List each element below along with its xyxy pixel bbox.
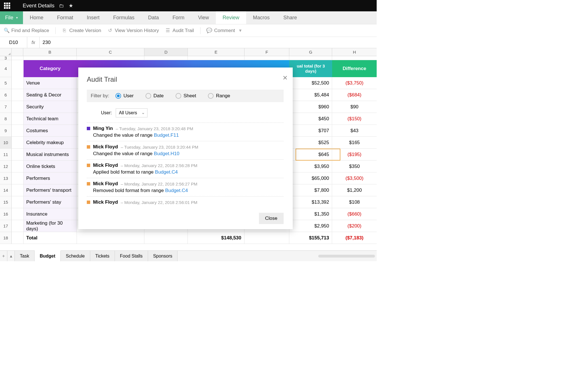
cell-E[interactable]: $148,530	[188, 232, 244, 244]
row-18[interactable]: 18Total$148,530$155,713($7,183)	[0, 232, 377, 244]
col-header-C[interactable]: C	[77, 48, 144, 56]
cell-F[interactable]	[244, 232, 290, 244]
cell-C[interactable]	[77, 232, 145, 244]
folder-icon[interactable]: 🗀	[59, 3, 64, 9]
cell-G[interactable]: $960	[289, 101, 332, 113]
cell[interactable]	[77, 56, 145, 60]
row-header[interactable]: 3	[0, 56, 12, 60]
cell-G[interactable]: $450	[289, 113, 332, 125]
menu-form[interactable]: Form	[166, 11, 191, 24]
row-header[interactable]: 7	[0, 101, 12, 113]
menu-data[interactable]: Data	[141, 11, 166, 24]
cell-B[interactable]: Musical instruments	[24, 149, 77, 161]
filter-radio-sheet[interactable]: Sheet	[176, 93, 196, 99]
cell-H[interactable]: $165	[332, 137, 377, 149]
row-header[interactable]: 14	[0, 184, 12, 196]
cell-B[interactable]: Marketing (for 30 days)	[24, 220, 77, 232]
range-link[interactable]: Budget.C4	[155, 169, 178, 175]
cell-G[interactable]: $2,950	[289, 220, 332, 232]
col-header-E[interactable]: E	[188, 48, 244, 56]
range-link[interactable]: Budget.F11	[154, 132, 179, 138]
cell-G[interactable]: $7,800	[289, 184, 332, 196]
row-header[interactable]: 16	[0, 208, 12, 220]
menu-review[interactable]: Review	[216, 11, 246, 24]
sheet-tab-schedule[interactable]: Schedule	[61, 251, 90, 261]
col-header-D[interactable]: D	[144, 48, 188, 56]
menu-formulas[interactable]: Formulas	[106, 11, 141, 24]
menu-home[interactable]: Home	[23, 11, 50, 24]
cell[interactable]	[244, 56, 290, 60]
filter-radio-date[interactable]: Date	[146, 93, 164, 99]
sheet-tab-task[interactable]: Task	[15, 251, 35, 261]
cell-H[interactable]: ($7,183)	[332, 232, 377, 244]
cell-H[interactable]: $1,200	[332, 184, 377, 196]
cell-B[interactable]: Security	[24, 101, 77, 113]
cell-H[interactable]: $350	[332, 161, 377, 172]
row-header[interactable]: 15	[0, 196, 12, 208]
cell-H[interactable]: $108	[332, 196, 377, 208]
cell-G[interactable]: $155,713	[289, 232, 332, 244]
cell-B[interactable]: Technical team	[24, 113, 77, 125]
select-all-corner[interactable]	[0, 48, 12, 56]
cell-H[interactable]: ($195)	[332, 149, 377, 161]
row-3[interactable]: 3	[0, 56, 377, 60]
filter-radio-user[interactable]: User	[115, 93, 134, 99]
cell-G[interactable]: $645	[289, 149, 332, 161]
cell-B[interactable]: Seating & Decor	[24, 89, 77, 101]
cell-G[interactable]: $3,950	[289, 161, 332, 172]
menu-insert[interactable]: Insert	[80, 11, 106, 24]
cell-H[interactable]: ($150)	[332, 113, 377, 125]
row-header[interactable]: 6	[0, 89, 12, 101]
row-header[interactable]: 5	[0, 77, 12, 89]
row-header[interactable]: 18	[0, 232, 12, 244]
menu-format[interactable]: Format	[50, 11, 80, 24]
range-link[interactable]: Budget.C4	[165, 188, 188, 193]
create-version-button[interactable]: ⎘Create Version	[62, 28, 101, 33]
menu-macros[interactable]: Macros	[246, 11, 277, 24]
row-header[interactable]: 12	[0, 161, 12, 172]
row-header[interactable]: 8	[0, 113, 12, 125]
formula-input[interactable]: 230	[40, 40, 377, 45]
cell-B[interactable]: Insurance	[24, 208, 77, 220]
sheet-tab-budget[interactable]: Budget	[35, 250, 61, 261]
cell-H[interactable]: ($200)	[332, 220, 377, 232]
row-header[interactable]: 17	[0, 220, 12, 232]
row-header[interactable]: 4	[0, 60, 12, 77]
cell-G[interactable]: $707	[289, 125, 332, 137]
cell-D[interactable]	[144, 232, 188, 244]
row-header[interactable]: 10	[0, 137, 12, 149]
modal-close-icon[interactable]: ✕	[282, 74, 288, 82]
apps-icon[interactable]	[4, 3, 10, 9]
find-replace-button[interactable]: 🔍Find and Replace	[4, 28, 49, 33]
cell[interactable]	[24, 56, 77, 60]
horizontal-scrollbar[interactable]	[178, 251, 377, 261]
cell-H[interactable]: ($684)	[332, 89, 377, 101]
range-link[interactable]: Budget.H10	[154, 151, 180, 156]
cell-G[interactable]: $52,500	[289, 77, 332, 89]
cell-B[interactable]: Performers' stay	[24, 196, 77, 208]
row-header[interactable]: 9	[0, 125, 12, 137]
row-header[interactable]: 13	[0, 172, 12, 184]
star-icon[interactable]: ★	[69, 3, 73, 9]
col-header-H[interactable]: H	[332, 48, 377, 56]
cell-G[interactable]: $525	[289, 137, 332, 149]
cell-G[interactable]: $1,350	[289, 208, 332, 220]
view-history-button[interactable]: ↺View Version History	[107, 28, 159, 33]
name-box[interactable]: D10	[0, 37, 27, 48]
cell-H[interactable]: ($3,500)	[332, 172, 377, 184]
sheet-tab-food-stalls[interactable]: Food Stalls	[115, 251, 148, 261]
cell[interactable]	[289, 56, 332, 60]
row-header[interactable]: 11	[0, 149, 12, 161]
cell-G[interactable]: $13,392	[289, 196, 332, 208]
cell[interactable]	[144, 56, 188, 60]
sheet-tab-tickets[interactable]: Tickets	[90, 251, 115, 261]
comment-button[interactable]: 💬Comment▾	[207, 28, 242, 33]
menu-view[interactable]: View	[191, 11, 216, 24]
cell-B[interactable]: Total	[24, 232, 77, 244]
cell-H[interactable]: $90	[332, 101, 377, 113]
cell[interactable]	[332, 56, 377, 60]
col-header-G[interactable]: G	[289, 48, 332, 56]
cell-H[interactable]: ($3,750)	[332, 77, 377, 89]
cell-B[interactable]: Performers	[24, 172, 77, 184]
col-header-B[interactable]: B	[23, 48, 77, 56]
